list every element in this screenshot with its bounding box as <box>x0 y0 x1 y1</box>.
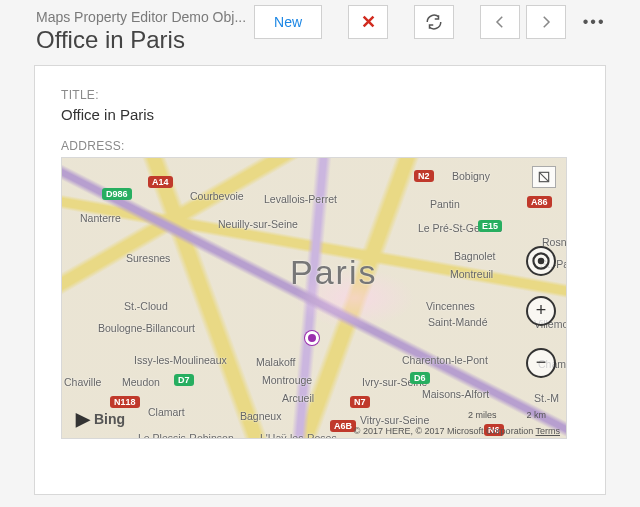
title-field-value[interactable]: Office in Paris <box>61 106 579 123</box>
map-scale: 2 miles2 km <box>468 410 546 420</box>
chevron-left-icon <box>491 13 509 31</box>
app-root: Maps Property Editor Demo Obj... Office … <box>0 0 640 507</box>
minus-icon: − <box>536 352 547 373</box>
more-button[interactable]: ••• <box>574 5 614 39</box>
locate-button[interactable] <box>526 246 556 276</box>
detail-card: TITLE: Office in Paris ADDRESS: BobignyL… <box>34 65 606 495</box>
new-button[interactable]: New <box>254 5 322 39</box>
road-shield: E15 <box>478 220 502 232</box>
imagery-toggle[interactable] <box>532 166 556 188</box>
title-field-label: TITLE: <box>61 88 579 102</box>
map-marker[interactable] <box>305 331 319 345</box>
road-shield: D7 <box>174 374 194 386</box>
delete-button[interactable]: ✕ <box>348 5 388 39</box>
road-shield: N2 <box>414 170 434 182</box>
titles: Maps Property Editor Demo Obj... Office … <box>36 5 246 55</box>
zoom-out-button[interactable]: − <box>526 348 556 378</box>
zoom-in-button[interactable]: + <box>526 296 556 326</box>
chevron-right-icon <box>537 13 555 31</box>
road-shield: A86 <box>527 196 552 208</box>
bing-logo: ▶Bing <box>76 408 125 430</box>
map-attribution: © 2017 HERE, © 2017 Microsoft Corporatio… <box>354 426 560 436</box>
ellipsis-icon: ••• <box>583 13 606 31</box>
map-viewport[interactable]: BobignyLevallois-PerretPantinCourbevoieN… <box>61 157 567 439</box>
road-shield: A6B <box>330 420 356 432</box>
road-shield: D986 <box>102 188 132 200</box>
locate-icon <box>528 248 554 274</box>
road-shield: D6 <box>410 372 430 384</box>
road-shield: A14 <box>148 176 173 188</box>
page-title: Office in Paris <box>36 26 246 55</box>
refresh-icon <box>425 13 443 31</box>
road-shield: N7 <box>350 396 370 408</box>
page-header: Maps Property Editor Demo Obj... Office … <box>8 5 632 65</box>
plus-icon: + <box>536 300 547 321</box>
close-icon: ✕ <box>361 11 376 33</box>
terms-link[interactable]: Terms <box>536 426 561 436</box>
layers-icon <box>537 170 551 184</box>
breadcrumb[interactable]: Maps Property Editor Demo Obj... <box>36 9 246 26</box>
address-field-label: ADDRESS: <box>61 139 579 153</box>
next-button[interactable] <box>526 5 566 39</box>
road-shield: N118 <box>110 396 140 408</box>
svg-line-1 <box>539 172 548 181</box>
prev-button[interactable] <box>480 5 520 39</box>
svg-point-3 <box>539 258 543 262</box>
refresh-button[interactable] <box>414 5 454 39</box>
